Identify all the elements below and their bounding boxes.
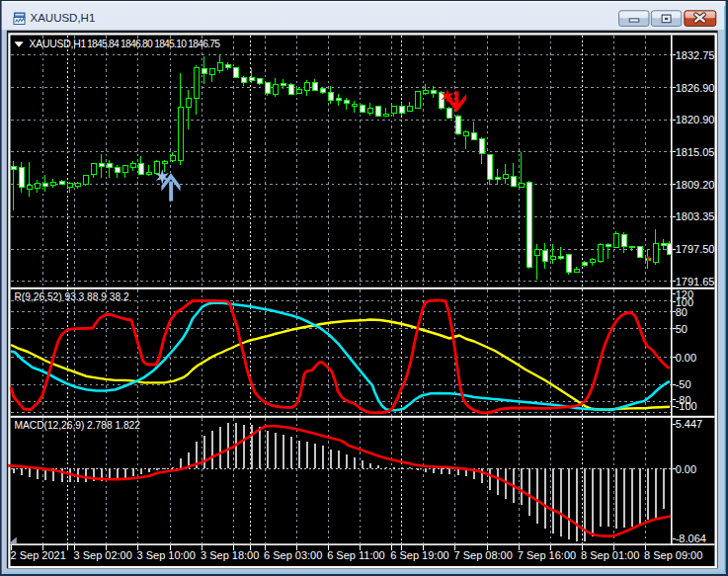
svg-text:1803.35: 1803.35 xyxy=(676,210,715,222)
svg-text:1845.84 1846.80 1845.10 1846.7: 1845.84 1846.80 1845.10 1846.75 xyxy=(87,39,220,49)
svg-text:5.447: 5.447 xyxy=(676,418,703,430)
svg-text:1797.50: 1797.50 xyxy=(676,243,715,255)
svg-text:-50: -50 xyxy=(676,378,691,390)
svg-text:6 Sep 11:00: 6 Sep 11:00 xyxy=(327,549,385,561)
svg-text:0.00: 0.00 xyxy=(676,352,696,364)
svg-text:3 Sep 10:00: 3 Sep 10:00 xyxy=(137,549,196,561)
svg-text:1820.90: 1820.90 xyxy=(676,114,715,125)
svg-text:50: 50 xyxy=(676,323,688,335)
svg-text:-8.064: -8.064 xyxy=(676,533,706,544)
svg-text:XAUUSD,H1: XAUUSD,H1 xyxy=(30,39,87,49)
svg-text:7 Sep 08:00: 7 Sep 08:00 xyxy=(454,549,513,561)
svg-text:6 Sep 19:00: 6 Sep 19:00 xyxy=(390,549,448,561)
svg-text:80: 80 xyxy=(676,306,688,318)
svg-text:XAUUSD,H1: XAUUSD,H1 xyxy=(31,12,96,24)
svg-text:2 Sep 2021: 2 Sep 2021 xyxy=(11,549,66,561)
svg-text:3 Sep 02:00: 3 Sep 02:00 xyxy=(74,549,132,561)
svg-text:3 Sep 18:00: 3 Sep 18:00 xyxy=(201,549,259,561)
svg-text:7 Sep 16:00: 7 Sep 16:00 xyxy=(518,549,576,561)
svg-text:0.00: 0.00 xyxy=(676,463,696,475)
svg-text:-100: -100 xyxy=(676,400,697,412)
svg-text:R(9,26,52) 93.3 88.9 38.2: R(9,26,52) 93.3 88.9 38.2 xyxy=(15,291,129,302)
svg-text:8 Sep 01:00: 8 Sep 01:00 xyxy=(581,549,639,561)
svg-text:1809.20: 1809.20 xyxy=(676,179,715,191)
svg-text:8 Sep 09:00: 8 Sep 09:00 xyxy=(644,549,702,561)
svg-text:1791.65: 1791.65 xyxy=(676,276,715,288)
svg-text:1832.75: 1832.75 xyxy=(676,49,715,61)
svg-text:1826.90: 1826.90 xyxy=(676,82,715,94)
svg-text:1815.05: 1815.05 xyxy=(676,146,715,158)
svg-text:6 Sep 03:00: 6 Sep 03:00 xyxy=(264,549,322,561)
svg-text:MACD(12,26,9) 2.788 1.822: MACD(12,26,9) 2.788 1.822 xyxy=(15,420,141,431)
